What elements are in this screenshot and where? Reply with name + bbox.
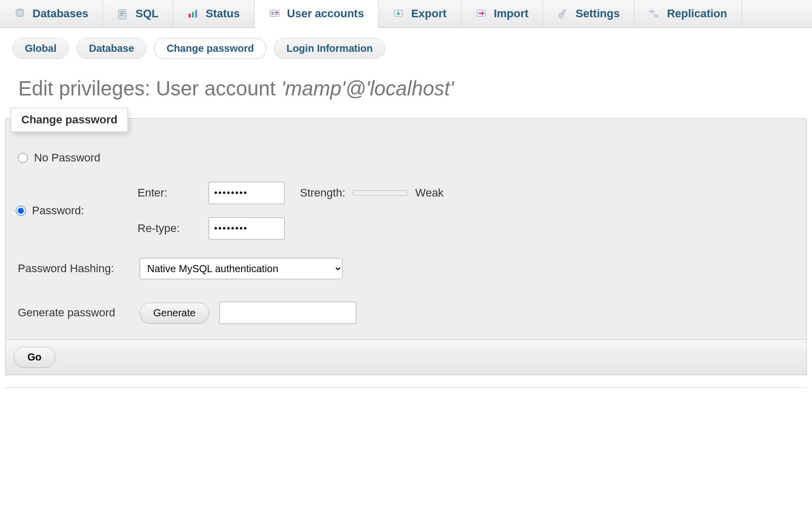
tab-label: Settings xyxy=(576,7,620,20)
strength-text: Weak xyxy=(415,186,444,200)
strength-meter xyxy=(352,190,408,195)
change-password-panel: Change password No Password Password: En… xyxy=(5,118,807,340)
svg-point-16 xyxy=(650,11,654,13)
user-accounts-icon xyxy=(269,8,280,19)
panel-legend: Change password xyxy=(11,108,128,132)
tab-sql[interactable]: SQL xyxy=(103,0,173,27)
sql-icon xyxy=(117,8,128,19)
go-button-label: Go xyxy=(27,351,42,363)
svg-rect-3 xyxy=(120,13,125,14)
pill-login-information[interactable]: Login Information xyxy=(274,38,385,59)
tab-label: Replication xyxy=(667,7,727,20)
svg-point-9 xyxy=(271,12,274,14)
tab-replication[interactable]: Replication xyxy=(634,0,742,27)
generate-button[interactable]: Generate xyxy=(140,303,209,323)
password-grid: Password: Enter: Strength: Weak Re-type: xyxy=(16,170,796,245)
tab-status[interactable]: Status xyxy=(173,0,254,27)
svg-rect-15 xyxy=(562,10,566,15)
svg-rect-4 xyxy=(120,15,123,16)
bottom-separator xyxy=(5,387,807,388)
generate-label: Generate password xyxy=(18,306,140,319)
hashing-select[interactable]: Native MySQL authentication xyxy=(140,258,343,279)
tab-label: Databases xyxy=(32,7,88,20)
go-button[interactable]: Go xyxy=(14,347,55,368)
sub-nav: Global Database Change password Login In… xyxy=(0,28,812,64)
svg-rect-6 xyxy=(192,12,194,17)
tab-user-accounts[interactable]: User accounts xyxy=(255,0,379,28)
database-icon xyxy=(14,8,25,19)
retype-label: Re-type: xyxy=(138,222,209,235)
pill-label: Global xyxy=(25,43,56,54)
tab-label: Status xyxy=(206,7,240,20)
tab-import[interactable]: Import xyxy=(461,0,543,27)
pill-change-password[interactable]: Change password xyxy=(154,38,266,59)
pill-global[interactable]: Global xyxy=(12,38,69,59)
pill-label: Login Information xyxy=(286,43,373,54)
svg-rect-1 xyxy=(119,10,126,19)
password-label: Password: xyxy=(32,204,84,217)
svg-rect-10 xyxy=(275,12,278,13)
svg-rect-7 xyxy=(195,10,197,18)
footer-bar: Go xyxy=(5,340,807,375)
title-prefix: Edit privileges: User account xyxy=(18,77,281,100)
hashing-row: Password Hashing: Native MySQL authentic… xyxy=(16,245,796,281)
generate-row: Generate password Generate xyxy=(16,281,796,329)
password-radio[interactable] xyxy=(16,206,26,216)
hashing-label: Password Hashing: xyxy=(18,262,140,275)
pill-database[interactable]: Database xyxy=(76,38,147,59)
top-nav: Databases SQL Status User accounts Expor… xyxy=(0,0,812,28)
replication-icon xyxy=(649,8,660,19)
password-retype-input[interactable] xyxy=(209,217,285,240)
export-icon xyxy=(393,8,404,19)
pill-label: Change password xyxy=(166,43,254,54)
generated-password-output[interactable] xyxy=(219,302,356,324)
pill-label: Database xyxy=(89,43,134,54)
import-icon xyxy=(476,8,487,19)
status-icon xyxy=(187,8,198,19)
tab-databases[interactable]: Databases xyxy=(0,0,103,27)
no-password-row: No Password xyxy=(16,146,796,170)
tab-export[interactable]: Export xyxy=(379,0,461,27)
svg-rect-11 xyxy=(275,14,278,15)
strength-wrap: Strength: Weak xyxy=(300,186,796,200)
enter-label: Enter: xyxy=(138,186,209,200)
title-account: 'mamp'@'localhost' xyxy=(281,77,454,100)
no-password-label: No Password xyxy=(34,151,100,165)
svg-point-17 xyxy=(654,15,659,17)
strength-label: Strength: xyxy=(300,186,345,200)
tab-label: User accounts xyxy=(287,7,364,20)
tab-label: SQL xyxy=(136,7,158,20)
generate-button-label: Generate xyxy=(153,307,195,318)
settings-icon xyxy=(557,8,568,19)
password-enter-input[interactable] xyxy=(209,182,285,204)
svg-rect-2 xyxy=(120,11,125,12)
tab-label: Export xyxy=(411,7,447,20)
no-password-radio[interactable] xyxy=(18,153,28,163)
svg-rect-5 xyxy=(189,14,191,17)
tab-settings[interactable]: Settings xyxy=(543,0,634,27)
tab-label: Import xyxy=(494,7,528,20)
svg-rect-8 xyxy=(269,10,279,17)
